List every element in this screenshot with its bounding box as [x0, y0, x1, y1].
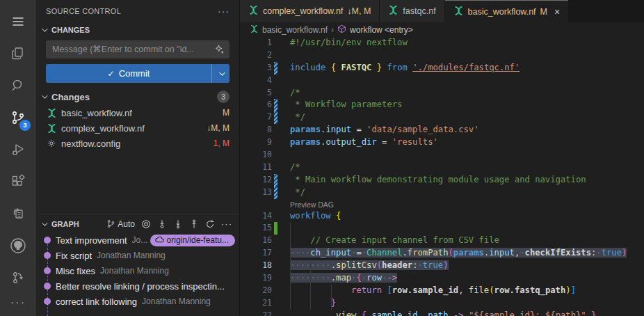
editor-tab[interactable]: fastqc.nf: [380, 0, 444, 22]
graph-commit-row[interactable]: Misc fixesJonathan Manning: [36, 263, 239, 278]
graph-commit-row[interactable]: Better resolve linking / process inspect…: [36, 278, 239, 294]
line-number[interactable]: 1: [240, 37, 272, 49]
code-line[interactable]: 5/*: [240, 87, 644, 100]
line-number[interactable]: 5: [240, 87, 272, 100]
code-line[interactable]: 4: [240, 74, 644, 87]
pull-icon[interactable]: [173, 219, 183, 229]
graph-more-icon[interactable]: ···: [221, 219, 232, 229]
line-number[interactable]: 18: [240, 260, 272, 272]
code-line[interactable]: 22 .view { sample_id, path -> "${sample_…: [240, 310, 644, 316]
code-line[interactable]: 20 return [row.sample_id, file(row.fastq…: [240, 285, 644, 297]
code-line[interactable]: 9params.output_dir = 'results': [240, 136, 644, 149]
file-sync-icon[interactable]: [1, 198, 35, 230]
commit-button[interactable]: ✓ Commit: [46, 64, 230, 83]
commit-message: Text improvement: [56, 235, 127, 246]
commit-author: Jonathan Manning: [142, 297, 211, 306]
search-icon[interactable]: [1, 70, 35, 102]
refresh-icon[interactable]: [205, 219, 215, 229]
code-line[interactable]: 2: [240, 49, 644, 62]
line-number[interactable]: 16: [240, 235, 272, 247]
line-number[interactable]: 4: [240, 74, 272, 87]
tab-status-badge: ↓M, M: [347, 6, 371, 16]
menu-icon[interactable]: [1, 6, 35, 38]
extensions-icon[interactable]: [1, 166, 35, 198]
tab-label: fastqc.nf: [403, 6, 435, 16]
explorer-icon[interactable]: [1, 38, 35, 70]
file-status-badge: M: [217, 108, 230, 118]
code-line[interactable]: 6 * Workflow parameters: [240, 99, 644, 111]
commit-dropdown-button[interactable]: [211, 64, 230, 83]
code-line[interactable]: 21 }: [240, 297, 644, 310]
code-line[interactable]: 18········.splitCsv(header:·true): [240, 260, 644, 272]
scm-file-row[interactable]: complex_workflow.nf↓M, M: [36, 120, 239, 136]
changes-section-header[interactable]: CHANGES: [36, 22, 239, 38]
line-number[interactable]: 2: [240, 49, 272, 62]
chevron-down-icon[interactable]: [42, 220, 47, 226]
graph-commit-row[interactable]: Text improvementJo...origin/ide-featu...: [36, 232, 239, 248]
breadcrumb[interactable]: basic_workflow.nf › workflow <entry>: [240, 22, 644, 37]
line-number[interactable]: 17: [240, 247, 272, 260]
graph-commit-row[interactable]: correct link followingJonathan Manning: [36, 294, 239, 309]
close-icon[interactable]: ×: [554, 6, 560, 17]
line-number[interactable]: 9: [240, 136, 272, 149]
line-number[interactable]: 3: [240, 62, 272, 74]
code-line[interactable]: 17····ch_input·=·Channel.fromPath(params…: [240, 247, 644, 260]
line-number[interactable]: 6: [240, 99, 272, 111]
line-number[interactable]: 20: [240, 285, 272, 297]
code-line[interactable]: 1#!/usr/bin/env nextflow: [240, 37, 644, 49]
code-line[interactable]: 11/*: [240, 161, 644, 174]
codelens-preview-dag[interactable]: Preview DAG: [290, 200, 334, 209]
code-line[interactable]: 8params.input = 'data/sample_data.csv': [240, 124, 644, 136]
fetch-icon[interactable]: [157, 219, 167, 229]
commit-message: Misc fixes: [56, 266, 95, 276]
breadcrumb-file[interactable]: basic_workflow.nf: [262, 25, 328, 35]
scm-file-row[interactable]: nextflow.config1, M: [36, 136, 239, 151]
line-number[interactable]: 8: [240, 124, 272, 136]
line-number[interactable]: 7: [240, 111, 272, 124]
line-number[interactable]: 19: [240, 272, 272, 285]
line-number[interactable]: 13: [240, 187, 272, 199]
commit-message-input[interactable]: [46, 40, 230, 58]
push-icon[interactable]: [189, 219, 199, 229]
graph-section: GRAPH Auto: [36, 214, 239, 316]
breadcrumb-symbol[interactable]: workflow <entry>: [350, 25, 413, 35]
editor-tab[interactable]: basic_workflow.nfM×: [445, 0, 569, 22]
graph-commit-row[interactable]: Fix scriptJonathan Manning: [36, 248, 239, 263]
sidebar-title: SOURCE CONTROL: [46, 7, 121, 15]
code-line[interactable]: 12 * Main workflow demonstrating module …: [240, 174, 644, 187]
changes-group-row[interactable]: Changes 3: [36, 88, 239, 105]
line-number[interactable]: 15: [240, 222, 272, 235]
indent-guide: [310, 260, 311, 310]
auto-label: Auto: [118, 219, 135, 229]
run-debug-icon[interactable]: [1, 134, 35, 166]
target-icon[interactable]: [141, 219, 151, 229]
branch-pill[interactable]: origin/ide-featu...: [150, 235, 235, 246]
code-line[interactable]: 15: [240, 222, 644, 235]
code-line[interactable]: 7 */: [240, 111, 644, 124]
file-status-badge: 1, M: [208, 139, 230, 148]
source-control-icon[interactable]: 3: [1, 102, 35, 134]
git-graph-icon[interactable]: [1, 262, 35, 294]
line-number[interactable]: 12: [240, 174, 272, 187]
line-number[interactable]: 10: [240, 149, 272, 161]
activity-more-icon[interactable]: ···: [10, 297, 26, 316]
line-number[interactable]: 22: [240, 310, 272, 316]
breadcrumb-separator: ›: [331, 25, 334, 35]
code-area[interactable]: 1#!/usr/bin/env nextflow23include { FAST…: [240, 37, 644, 316]
code-line[interactable]: 16 // Create input channel from CSV file: [240, 235, 644, 247]
code-text: [279, 74, 290, 87]
github-icon[interactable]: [1, 230, 35, 262]
code-line[interactable]: 19········.map·{·row·->: [240, 272, 644, 285]
branch-picker-button[interactable]: Auto: [106, 219, 135, 229]
code-line[interactable]: 10: [240, 149, 644, 161]
sidebar-more-icon[interactable]: ···: [218, 6, 230, 17]
line-number[interactable]: 14: [240, 210, 272, 223]
line-number[interactable]: 21: [240, 297, 272, 310]
code-line[interactable]: 14workflow {: [240, 210, 644, 223]
scm-file-row[interactable]: basic_workflow.nfM: [36, 105, 239, 120]
editor-tab[interactable]: complex_workflow.nf↓M, M: [240, 0, 379, 22]
code-line[interactable]: 3include { FASTQC } from './modules/fast…: [240, 62, 644, 74]
sparkle-icon[interactable]: [215, 45, 225, 56]
line-number[interactable]: 11: [240, 161, 272, 174]
code-line[interactable]: 13 */: [240, 187, 644, 199]
